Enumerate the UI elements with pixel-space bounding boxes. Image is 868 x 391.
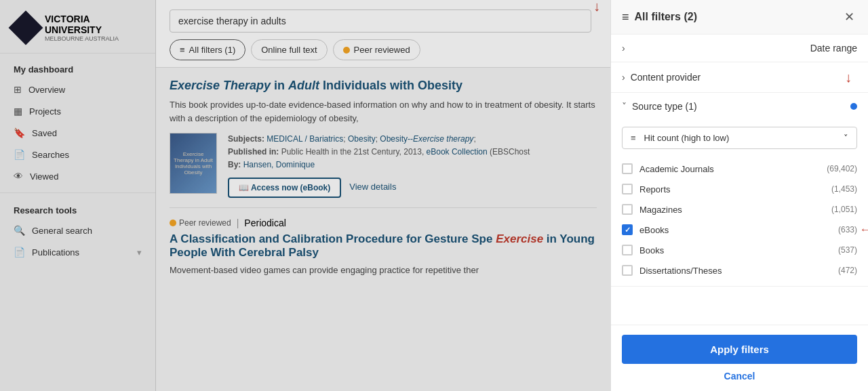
results-area: Exercise Therapy in Adult Individuals wi… bbox=[156, 68, 610, 391]
view-details-link[interactable]: View details bbox=[349, 180, 396, 194]
filter-buttons: ≡ All filters (1) Online full text Peer … bbox=[170, 39, 597, 60]
checkbox-item-books[interactable]: Books (537) bbox=[611, 240, 868, 260]
active-indicator-dot bbox=[850, 103, 857, 110]
cancel-button[interactable]: Cancel bbox=[622, 371, 857, 382]
search-input[interactable] bbox=[170, 9, 591, 33]
checkbox-reports[interactable] bbox=[622, 184, 633, 194]
checkbox-label-dissertations: Dissertations/Theses bbox=[639, 266, 722, 276]
checkbox-count-reports: (1,453) bbox=[831, 184, 857, 194]
checkbox-item-academic-journals[interactable]: Academic Journals (69,402) bbox=[611, 159, 868, 179]
collection-link[interactable]: eBook Collection bbox=[427, 147, 488, 157]
checkbox-academic-journals[interactable] bbox=[622, 163, 633, 174]
sidebar-item-saved[interactable]: 🔖 Saved bbox=[0, 122, 155, 144]
result-item-2: Peer reviewed | Periodical A Classificat… bbox=[170, 218, 597, 277]
sidebar-item-label: General search bbox=[32, 226, 92, 236]
dropdown-chevron-icon: ˅ bbox=[844, 133, 848, 143]
sidebar-item-searches[interactable]: 📄 Searches bbox=[0, 144, 155, 165]
date-range-header[interactable]: › Date range bbox=[611, 35, 868, 62]
logo-area: VICTORIA UNIVERSITY MELBOURNE AUSTRALIA bbox=[0, 0, 155, 54]
type-label: Periodical bbox=[244, 218, 285, 228]
access-row: 📖 Access now (eBook) View details bbox=[228, 178, 530, 198]
subject-link[interactable]: Obesity bbox=[348, 134, 376, 144]
book-meta: Subjects: MEDICAL / Bariatrics; Obesity;… bbox=[228, 133, 530, 198]
source-type-section: ˅ Source type (1) ≡ Hit count (high to l… bbox=[611, 93, 868, 287]
chevron-down-icon: ▾ bbox=[137, 247, 142, 258]
result-item: Exercise Therapy in Adult Individuals wi… bbox=[170, 79, 597, 198]
close-panel-button[interactable]: ✕ bbox=[842, 9, 857, 24]
dashboard-title: My dashboard bbox=[0, 54, 155, 79]
checkbox-item-ebooks[interactable]: eBooks (633) ← bbox=[611, 220, 868, 240]
sort-dropdown[interactable]: ≡ Hit count (high to low) ˅ bbox=[622, 127, 857, 149]
checkbox-count-academic-journals: (69,402) bbox=[827, 164, 857, 173]
source-type-header[interactable]: ˅ Source type (1) bbox=[611, 93, 868, 120]
author-link[interactable]: Hansen, Dominique bbox=[243, 160, 315, 169]
peer-reviewed-button[interactable]: Peer reviewed bbox=[333, 39, 420, 60]
search-input-row: ↓ bbox=[170, 9, 597, 33]
sidebar: VICTORIA UNIVERSITY MELBOURNE AUSTRALIA … bbox=[0, 0, 156, 391]
sidebar-item-projects[interactable]: ▦ Projects bbox=[0, 100, 155, 122]
checkbox-count-magazines: (1,051) bbox=[831, 205, 857, 214]
result2-title: A Classification and Calibration Procedu… bbox=[170, 232, 597, 260]
sidebar-item-label: Viewed bbox=[30, 171, 58, 182]
checkbox-magazines[interactable] bbox=[622, 204, 633, 215]
subject-link[interactable]: MEDICAL / Bariatrics bbox=[267, 134, 343, 144]
access-now-button[interactable]: 📖 Access now (eBook) bbox=[228, 178, 341, 198]
content-provider-header[interactable]: › Content provider ↓ bbox=[611, 62, 868, 92]
main-content: ↓ ≡ All filters (1) Online full text Pee… bbox=[156, 0, 610, 391]
research-tools-title: Research tools bbox=[0, 199, 155, 220]
panel-header: ≡ All filters (2) ✕ bbox=[611, 0, 868, 35]
saved-icon: 🔖 bbox=[14, 127, 25, 138]
sidebar-item-label: Searches bbox=[32, 150, 69, 160]
checkbox-label-magazines: Magazines bbox=[639, 205, 682, 215]
logo-text: VICTORIA UNIVERSITY MELBOURNE AUSTRALIA bbox=[45, 14, 119, 42]
sidebar-divider bbox=[0, 192, 155, 193]
checkbox-item-reports[interactable]: Reports (1,453) bbox=[611, 179, 868, 199]
sidebar-item-general-search[interactable]: 🔍 General search bbox=[0, 220, 155, 241]
panel-title: ≡ All filters (2) bbox=[622, 10, 697, 24]
checkbox-item-dissertations[interactable]: Dissertations/Theses (472) bbox=[611, 260, 868, 281]
result-book-row: Exercise Therapy in Adult Individuals wi… bbox=[170, 133, 597, 198]
sidebar-item-label: Publications bbox=[32, 247, 79, 258]
sidebar-item-label: Saved bbox=[32, 128, 57, 138]
logo-diamond bbox=[9, 11, 43, 45]
checkbox-label-reports: Reports bbox=[639, 184, 671, 194]
searches-icon: 📄 bbox=[14, 149, 25, 160]
chevron-right-icon: › bbox=[622, 43, 625, 54]
date-range-section: › Date range bbox=[611, 35, 868, 62]
source-type-checkbox-list: Academic Journals (69,402) Reports (1,45… bbox=[611, 156, 868, 286]
filter-icon: ≡ bbox=[180, 45, 185, 55]
sidebar-item-publications[interactable]: 📄 Publications ▾ bbox=[0, 241, 155, 263]
sidebar-item-viewed[interactable]: 👁 Viewed bbox=[0, 165, 155, 187]
apply-filters-button[interactable]: Apply filters bbox=[622, 335, 857, 364]
arrow-indicator-ebooks: ← bbox=[860, 224, 868, 236]
sidebar-item-label: Overview bbox=[28, 85, 65, 95]
checkbox-label-academic-journals: Academic Journals bbox=[639, 164, 714, 174]
checkbox-item-magazines[interactable]: Magazines (1,051) bbox=[611, 199, 868, 220]
viewed-icon: 👁 bbox=[14, 171, 23, 182]
content-provider-section: › Content provider ↓ bbox=[611, 62, 868, 93]
result2-desc: Movement-based video games can provide e… bbox=[170, 264, 597, 277]
peer-badge-label: Peer reviewed bbox=[179, 218, 231, 228]
chevron-right-icon: › bbox=[622, 72, 625, 83]
result-desc: This book provides up-to-date evidence-b… bbox=[170, 98, 597, 125]
checkbox-ebooks[interactable] bbox=[622, 224, 633, 235]
checkbox-dissertations[interactable] bbox=[622, 265, 633, 276]
result2-header: Peer reviewed | Periodical bbox=[170, 218, 597, 228]
checkbox-label-ebooks: eBooks bbox=[639, 225, 669, 235]
chevron-down-icon: ˅ bbox=[622, 101, 627, 112]
filter-icon: ≡ bbox=[622, 10, 629, 24]
peer-badge-dot bbox=[170, 220, 176, 226]
checkbox-count-ebooks: (633) bbox=[838, 225, 857, 234]
publications-icon: 📄 bbox=[14, 247, 25, 258]
online-full-text-button[interactable]: Online full text bbox=[251, 39, 327, 60]
sidebar-item-overview[interactable]: ⊞ Overview bbox=[0, 79, 155, 100]
checkbox-books[interactable] bbox=[622, 245, 633, 255]
checkbox-count-books: (537) bbox=[838, 245, 857, 255]
arrow-indicator-filters: ↓ bbox=[593, 0, 600, 13]
panel-footer: Apply filters Cancel bbox=[611, 325, 868, 391]
subject-link[interactable]: Obesity--Exercise therapy bbox=[380, 134, 473, 144]
peer-badge: Peer reviewed bbox=[170, 218, 231, 228]
search-icon: 🔍 bbox=[14, 225, 25, 236]
checkbox-label-books: Books bbox=[639, 245, 664, 255]
all-filters-button[interactable]: ≡ All filters (1) bbox=[170, 39, 245, 60]
